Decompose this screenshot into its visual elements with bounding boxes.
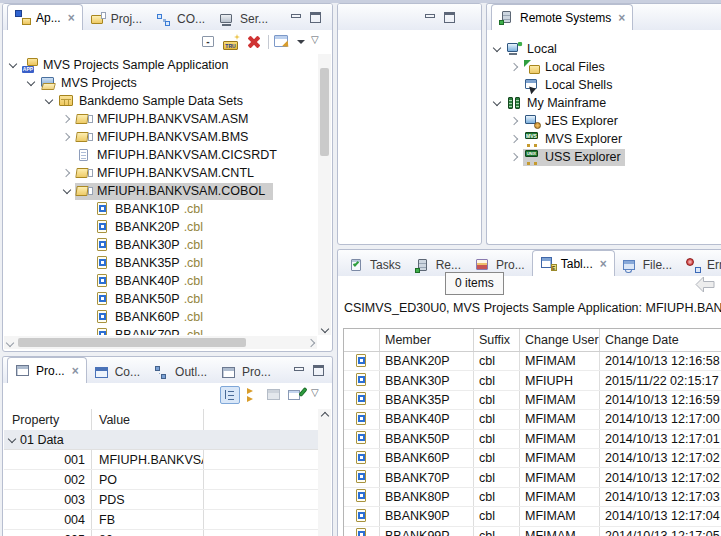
expander-icon[interactable] <box>77 326 93 335</box>
tree-item[interactable]: MVS Projects Sample Application <box>5 56 317 74</box>
expander-icon[interactable] <box>507 130 523 148</box>
property-row[interactable]: 001 MFIUPH.BANKVSAM.... <box>4 450 318 470</box>
back-arrow-icon[interactable] <box>695 276 715 293</box>
tree-item[interactable]: MVS Projects <box>5 74 317 92</box>
expander-icon[interactable] <box>77 308 93 326</box>
tree-item[interactable]: JES Explorer <box>489 112 719 130</box>
expander-icon[interactable] <box>507 148 523 166</box>
maximize-icon[interactable] <box>312 364 326 376</box>
view-menu-icon[interactable] <box>310 387 324 403</box>
expander-icon[interactable] <box>41 92 57 110</box>
tru-add-icon[interactable] <box>223 34 241 50</box>
expander-icon[interactable] <box>507 112 523 130</box>
expander-icon[interactable] <box>59 146 75 164</box>
property-category-row[interactable]: 01 Data <box>4 430 318 450</box>
member-row[interactable]: BBANK20P cbl MFIMAM 2014/10/13 12:16:58 <box>344 352 721 371</box>
view-tab[interactable]: Tabl... × <box>532 250 615 276</box>
tree-item[interactable]: USS Explorer <box>489 148 719 166</box>
property-row[interactable]: 004 FB <box>4 510 318 530</box>
tree-item[interactable]: MVS Explorer <box>489 130 719 148</box>
view-tab[interactable]: CO... <box>149 8 212 30</box>
tab-close-icon[interactable]: × <box>600 257 607 271</box>
tree-item[interactable]: My Mainframe <box>489 94 719 112</box>
expander-icon[interactable] <box>23 74 39 92</box>
tree-item[interactable]: BBANK20P.cbl <box>5 218 317 236</box>
property-row[interactable]: 003 PDS <box>4 490 318 510</box>
view-tab[interactable]: Ap... × <box>7 4 83 30</box>
expander-icon[interactable] <box>507 58 523 76</box>
column-header-suffix[interactable]: Suffix <box>474 329 520 351</box>
caret-icon[interactable] <box>296 34 306 50</box>
expander-icon[interactable] <box>59 110 75 128</box>
tree-item[interactable]: Local Files <box>489 58 719 76</box>
tab-close-icon[interactable]: × <box>68 11 75 25</box>
view-tab[interactable]: Pro... <box>214 361 278 383</box>
sep-icon[interactable] <box>267 34 270 50</box>
expander-icon[interactable] <box>59 128 75 146</box>
column-header-change-user[interactable]: Change User <box>520 329 600 351</box>
scrollbar-thumb[interactable] <box>18 338 246 347</box>
column-header-change-date[interactable]: Change Date <box>600 329 721 351</box>
view-menu-icon[interactable] <box>310 34 324 50</box>
member-row[interactable]: BBANK30P cbl MFIUPH 2015/11/22 02:15:17 <box>344 371 721 390</box>
scroll-left-icon[interactable] <box>4 336 17 349</box>
column-header-property[interactable]: Property <box>4 409 92 430</box>
maximize-icon[interactable] <box>443 11 457 23</box>
member-row[interactable]: BBANK60P cbl MFIMAM 2014/10/13 12:17:02 <box>344 449 721 468</box>
expander-icon[interactable] <box>77 218 93 236</box>
tree-item[interactable]: Local <box>489 40 719 58</box>
expander-icon[interactable] <box>489 94 505 112</box>
member-row[interactable]: BBANK40P cbl MFIMAM 2014/10/13 12:17:00 <box>344 410 721 429</box>
view-tab[interactable]: Erro... <box>679 254 721 276</box>
tree-item[interactable]: BBANK40P.cbl <box>5 272 317 290</box>
expander-icon[interactable] <box>77 290 93 308</box>
tree-item[interactable]: Bankdemo Sample Data Sets <box>5 92 317 110</box>
tree-item[interactable]: MFIUPH.BANKVSAM.BMS <box>5 128 317 146</box>
member-row[interactable]: BBANK80P cbl MFIMAM 2014/10/13 12:17:03 <box>344 488 721 507</box>
tree-item[interactable]: MFIUPH.BANKVSAM.CNTL <box>5 164 317 182</box>
tree-item[interactable]: BBANK30P.cbl <box>5 236 317 254</box>
view-tab[interactable]: Tasks <box>342 254 408 276</box>
minimize-icon[interactable] <box>292 364 306 376</box>
vertical-scrollbar[interactable] <box>318 409 331 536</box>
view-tab[interactable]: Pro... × <box>7 357 87 383</box>
scroll-down-icon[interactable] <box>318 322 331 335</box>
tab-remote-systems[interactable]: Remote Systems × <box>491 4 633 30</box>
scroll-right-icon[interactable] <box>304 336 317 349</box>
expander-icon[interactable] <box>4 431 20 449</box>
tab-close-icon[interactable]: × <box>618 11 625 25</box>
member-row[interactable]: BBANK70P cbl MFIMAM 2014/10/13 12:17:02 <box>344 468 721 487</box>
expander-icon[interactable] <box>5 56 21 74</box>
tree-item[interactable]: BBANK10P.cbl <box>5 200 317 218</box>
tree-item[interactable]: MFIUPH.BANKVSAM.CICSRDT <box>5 146 317 164</box>
view-tab[interactable]: File... <box>615 254 679 276</box>
expander-icon[interactable] <box>59 182 75 200</box>
expander-icon[interactable] <box>77 254 93 272</box>
expander-icon[interactable] <box>507 76 523 94</box>
maximize-icon[interactable] <box>309 11 323 23</box>
property-row[interactable]: 002 PO <box>4 470 318 490</box>
tree-item[interactable]: MFIUPH.BANKVSAM.COBOL <box>5 182 317 200</box>
minimize-icon[interactable] <box>289 11 303 23</box>
restore-default-icon[interactable] <box>266 387 284 403</box>
remove-icon[interactable] <box>245 34 263 50</box>
tree-item[interactable]: BBANK35P.cbl <box>5 254 317 272</box>
column-header-member[interactable]: Member <box>380 329 474 351</box>
horizontal-scrollbar[interactable] <box>4 336 317 349</box>
view-tab[interactable]: Outl... <box>147 361 214 383</box>
tree-item[interactable]: BBANK50P.cbl <box>5 290 317 308</box>
collapse-all-icon[interactable] <box>201 34 219 50</box>
pin-view-icon[interactable] <box>288 387 306 403</box>
tree-item[interactable]: BBANK70P.cbl <box>5 326 317 335</box>
tree-item[interactable]: BBANK60P.cbl <box>5 308 317 326</box>
member-row[interactable]: BBANK90P cbl MFIMAM 2014/10/13 12:17:04 <box>344 507 721 526</box>
scrollbar-thumb[interactable] <box>320 68 329 156</box>
view-tab[interactable]: Ser... <box>212 8 275 30</box>
tab-close-icon[interactable]: × <box>72 364 79 378</box>
tree-item[interactable]: MFIUPH.BANKVSAM.ASM <box>5 110 317 128</box>
property-row[interactable]: 005 80 <box>4 530 318 536</box>
expander-icon[interactable] <box>77 272 93 290</box>
expander-icon[interactable] <box>77 236 93 254</box>
column-header-value[interactable]: Value <box>92 409 204 430</box>
minimize-icon[interactable] <box>423 11 437 23</box>
